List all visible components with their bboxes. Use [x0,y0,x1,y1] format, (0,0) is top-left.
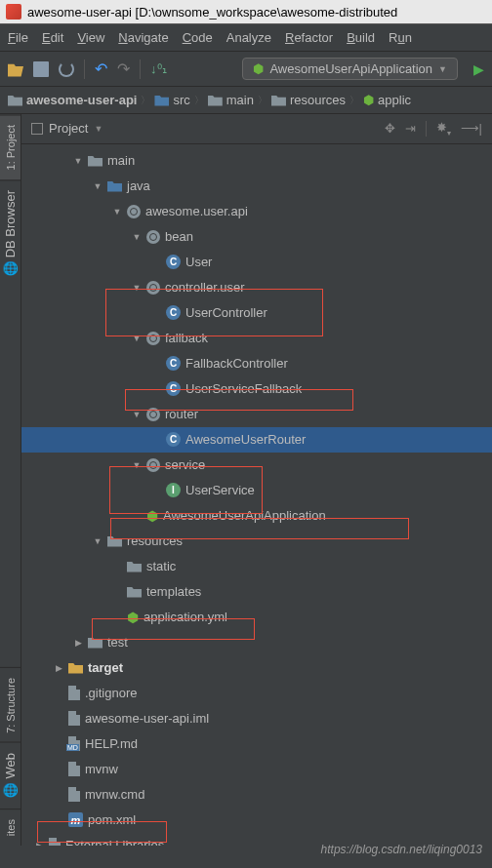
dropdown-icon: ▼ [438,64,447,74]
separator [84,59,85,79]
tree-node-application-yml[interactable]: ⬢application.yml [21,605,492,630]
sidetab-web[interactable]: 🌐Web [0,742,20,809]
collapse-icon[interactable]: ⇥ [405,121,416,136]
tree-node-user[interactable]: CUser [21,250,492,275]
breadcrumb-root[interactable]: awesome-user-api [8,93,137,107]
chevron-right-icon: 〉 [349,94,359,107]
tree-node-service[interactable]: service [21,453,492,478]
back-icon[interactable]: ↶ [95,59,107,78]
tree-node-user-service-fallback[interactable]: CUserServiceFallback [21,376,492,402]
chevron-right-icon: 〉 [194,94,204,107]
run-config-label: AwesomeUserApiApplication [269,61,432,76]
menu-view[interactable]: View [71,28,110,47]
spring-icon: ⬢ [363,93,374,107]
file-icon [68,686,80,700]
tree-node-awesome-user-router[interactable]: CAwesomeUserRouter [21,427,492,453]
library-icon [49,838,61,846]
project-tree[interactable]: main java awesome.user.api bean CUser co… [21,144,492,846]
run-icon[interactable]: ▶ [473,61,484,77]
tree-node-test[interactable]: test [21,630,492,655]
tree-node-static[interactable]: static [21,554,492,579]
separator [140,59,141,79]
dropdown-icon: ▼ [94,124,102,134]
menu-edit[interactable]: Edit [36,28,69,47]
class-icon: C [166,305,181,320]
class-icon: C [166,432,181,447]
save-icon[interactable] [33,61,49,77]
main-area: 1: Project 🌐DB Browser 7: Structure 🌐Web… [0,114,492,846]
tree-node-mvnw-cmd[interactable]: mvnw.cmd [21,782,492,808]
sidetab-structure[interactable]: 7: Structure [0,667,20,743]
tree-node-user-service[interactable]: IUserService [21,478,492,503]
tree-node-controller-user[interactable]: controller.user [21,275,492,300]
tree-node-fallback-controller[interactable]: CFallbackController [21,351,492,376]
left-tool-tabs: 1: Project 🌐DB Browser 7: Structure 🌐Web… [0,114,21,846]
tree-node-bean[interactable]: bean [21,224,492,250]
chevron-right-icon: 〉 [258,94,267,107]
open-icon[interactable] [8,61,23,77]
breadcrumb-resources[interactable]: resources [271,93,346,107]
window-title: awesome-user-api [D:\ownsome_workspace\a… [27,5,397,20]
tree-node-user-controller[interactable]: CUserController [21,300,492,326]
menu-navigate[interactable]: Navigate [112,28,174,47]
file-icon [68,787,80,802]
menu-analyze[interactable]: Analyze [221,28,277,47]
tree-node-help[interactable]: HELP.md [21,731,492,757]
app-icon [6,4,21,20]
forward-icon[interactable]: ↷ [117,59,130,78]
sidetab-favorites[interactable]: ites [0,809,20,846]
menu-run[interactable]: Run [383,28,418,47]
tree-node-gitignore[interactable]: .gitignore [21,681,492,706]
interface-icon: I [166,483,181,497]
menu-bar: File Edit View Navigate Code Analyze Ref… [0,24,492,52]
tree-node-templates[interactable]: templates [21,579,492,605]
tree-node-iml[interactable]: awesome-user-api.iml [21,706,492,731]
panel-view-selector[interactable]: Project ▼ [31,121,102,136]
project-panel-header: Project ▼ ✥ ⇥ ✸▾ ⟶| [21,114,492,144]
file-icon [68,762,80,776]
sidetab-db-browser[interactable]: 🌐DB Browser [0,179,20,287]
maven-icon: m [68,812,83,827]
run-config-selector[interactable]: ⬢ AwesomeUserApiApplication ▼ [242,58,458,80]
spring-icon: ⬢ [146,508,158,524]
spring-icon: ⬢ [253,61,264,76]
menu-file[interactable]: File [2,28,34,47]
tree-node-target[interactable]: target [21,655,492,681]
sidetab-project[interactable]: 1: Project [0,114,20,179]
locate-icon[interactable]: ✥ [385,121,395,136]
tree-node-fallback[interactable]: fallback [21,326,492,351]
file-icon [68,711,80,726]
tree-node-main[interactable]: main [21,148,492,174]
tree-node-java[interactable]: java [21,174,492,199]
breadcrumb: awesome-user-api 〉 src 〉 main 〉 resource… [0,87,492,114]
build-icon[interactable]: ↓⁰₁ [150,61,167,76]
menu-code[interactable]: Code [177,28,219,47]
tree-node-app-class[interactable]: ⬢AwesomeUserApiApplication [21,503,492,529]
gear-icon[interactable]: ✸▾ [436,120,451,138]
markdown-icon [68,736,80,751]
class-icon: C [166,381,181,396]
tree-node-router[interactable]: router [21,402,492,427]
menu-build[interactable]: Build [341,28,381,47]
tree-node-mvnw[interactable]: mvnw [21,757,492,782]
watermark: https://blog.csdn.net/liqing0013 [321,843,482,856]
window-titlebar: awesome-user-api [D:\ownsome_workspace\a… [0,0,492,24]
hide-icon[interactable]: ⟶| [461,121,482,136]
breadcrumb-main[interactable]: main [208,93,254,107]
tree-node-resources[interactable]: resources [21,529,492,554]
spring-icon: ⬢ [127,610,139,625]
refresh-icon[interactable] [59,61,74,77]
class-icon: C [166,255,181,269]
menu-refactor[interactable]: Refactor [279,28,339,47]
tree-node-package[interactable]: awesome.user.api [21,199,492,224]
breadcrumb-src[interactable]: src [154,93,189,107]
tree-node-pom[interactable]: mpom.xml [21,808,492,833]
breadcrumb-app[interactable]: ⬢applic [363,93,411,107]
class-icon: C [166,356,181,371]
chevron-right-icon: 〉 [141,94,150,107]
toolbar: ↶ ↷ ↓⁰₁ ⬢ AwesomeUserApiApplication ▼ ▶ [0,52,492,87]
